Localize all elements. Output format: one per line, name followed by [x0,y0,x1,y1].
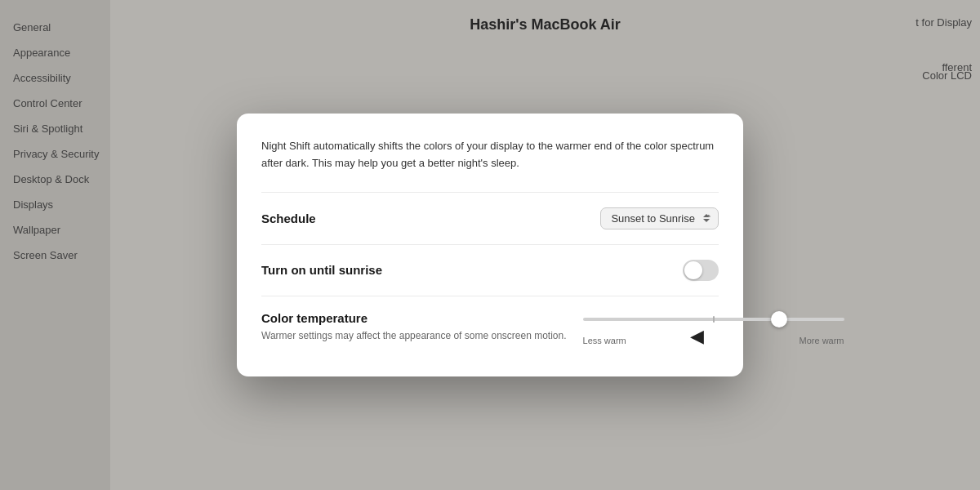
less-warm-label: Less warm [583,336,626,345]
color-temperature-section: Color temperature Warmer settings may af… [261,296,719,352]
toggle-wrapper[interactable] [683,260,719,281]
color-temp-title: Color temperature [261,311,567,325]
schedule-label: Schedule [261,212,316,225]
color-temp-header: Color temperature Warmer settings may af… [261,311,719,345]
more-warm-label: More warm [800,336,844,345]
turn-on-toggle[interactable] [683,260,719,281]
modal-description: Night Shift automatically shifts the col… [261,138,719,172]
schedule-row: Schedule Sunset to Sunrise [261,193,719,244]
color-temp-left: Color temperature Warmer settings may af… [261,311,567,343]
schedule-value: Sunset to Sunrise [611,212,695,225]
color-temp-right: Less warm More warm [583,311,844,345]
chevron-down-icon [703,219,710,222]
schedule-select[interactable]: Sunset to Sunrise [600,207,719,229]
turn-on-label: Turn on until sunrise [261,263,382,277]
turn-on-row: Turn on until sunrise [261,245,719,296]
night-shift-modal: Night Shift automatically shifts the col… [237,114,743,376]
slider-labels: Less warm More warm [583,336,844,345]
toggle-knob [684,261,702,279]
schedule-select-wrapper[interactable]: Sunset to Sunrise [600,207,719,229]
slider-track [583,318,844,321]
slider-thumb[interactable] [771,311,787,327]
chevron-up-icon [703,214,710,217]
temperature-slider-container[interactable] [583,311,844,327]
color-temp-sub: Warmer settings may affect the appearanc… [261,328,567,343]
modal-overlay: Night Shift automatically shifts the col… [0,0,980,490]
slider-tick [713,316,715,323]
